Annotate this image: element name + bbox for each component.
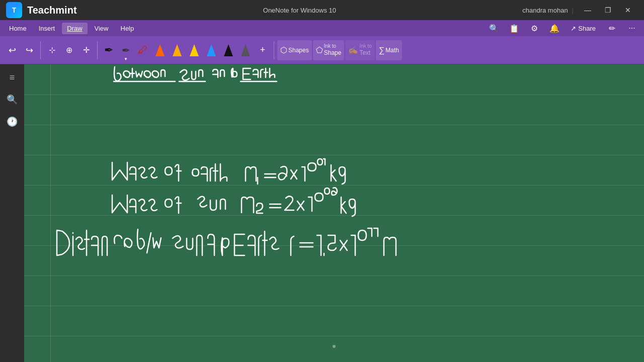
- marker-gray-icon: [241, 43, 250, 57]
- minimize-button[interactable]: —: [578, 2, 598, 18]
- sidebar: ≡ 🔍 🕐: [0, 64, 24, 362]
- marker-orange-icon: [155, 43, 165, 57]
- add-space-icon: ⊕: [66, 46, 72, 54]
- window-title: OneNote for Windows 10: [77, 7, 523, 14]
- ink-to-text-icon: ✍: [348, 45, 358, 55]
- ink-to-label: Ink to: [324, 43, 342, 49]
- svg-marker-5: [241, 44, 250, 56]
- marker-blue-icon: [207, 43, 216, 57]
- ink-to-text-group[interactable]: ✍ Ink to Text: [345, 40, 374, 60]
- close-button[interactable]: ✕: [618, 2, 638, 18]
- lasso-icon: ⊹: [49, 46, 55, 54]
- canvas-area[interactable]: [24, 64, 644, 362]
- svg-marker-0: [155, 44, 165, 56]
- sidebar-search[interactable]: 🔍: [3, 90, 21, 109]
- menu-home[interactable]: Home: [4, 23, 32, 34]
- search-toolbar-button[interactable]: 🔍: [486, 20, 502, 36]
- marker-black-icon: [224, 43, 233, 57]
- separator-2: [97, 41, 98, 59]
- separator-1: [40, 41, 41, 59]
- settings-button[interactable]: ⚙: [526, 20, 542, 36]
- bell-button[interactable]: 🔔: [546, 20, 562, 36]
- app-name: Teachmint: [27, 5, 77, 16]
- shapes-label: Shapes: [288, 47, 309, 54]
- marker-yellow-button[interactable]: [169, 39, 185, 61]
- marker-orange-button[interactable]: [152, 39, 168, 61]
- pen-red-icon: 🖊: [138, 44, 148, 56]
- undo-button[interactable]: ↩: [4, 39, 20, 61]
- redo-button[interactable]: ↪: [21, 39, 37, 61]
- notebook-button[interactable]: 📋: [506, 20, 522, 36]
- menubar: Home Insert Draw View Help 🔍 📋 ⚙ 🔔 ↗ Sha…: [0, 20, 644, 36]
- app-logo: T: [6, 2, 22, 18]
- redo-icon: ↪: [26, 46, 33, 55]
- marker-gray-button[interactable]: [237, 39, 254, 61]
- menu-help[interactable]: Help: [116, 23, 139, 34]
- undo-icon: ↩: [9, 46, 16, 55]
- marker-yellow2-icon: [190, 43, 199, 57]
- text-label: Text: [359, 49, 371, 56]
- math-icon: ∑: [379, 46, 384, 55]
- pen-dark-button[interactable]: ✒ ▼: [118, 39, 134, 61]
- marker-yellow-icon: [173, 43, 182, 57]
- scroll-indicator: [333, 345, 336, 348]
- svg-marker-1: [173, 44, 182, 56]
- share-button[interactable]: ↗ Share: [567, 23, 600, 34]
- pen-black-icon: ✒: [104, 45, 113, 56]
- window-controls: — ❐ ✕: [578, 2, 638, 18]
- ink-to-shape-icon: ⬠: [316, 45, 323, 55]
- user-name: chandra mohan: [522, 7, 568, 14]
- add-space-button[interactable]: ⊕: [61, 39, 77, 61]
- edit-button[interactable]: ✏: [604, 20, 620, 36]
- shape-label: Shape: [324, 49, 342, 56]
- svg-marker-4: [224, 44, 233, 56]
- move-icon: ✛: [83, 46, 90, 54]
- menu-draw[interactable]: Draw: [62, 23, 87, 34]
- share-label: Share: [578, 25, 596, 32]
- handwriting-content: [24, 64, 644, 362]
- marker-blue-button[interactable]: [203, 39, 219, 61]
- shapes-group[interactable]: ⬡ Shapes: [277, 40, 312, 60]
- svg-marker-2: [190, 44, 199, 56]
- sidebar-recent[interactable]: 🕐: [3, 113, 21, 131]
- ink-to-text-prefix: Ink to: [359, 43, 371, 49]
- pen-black-button[interactable]: ✒: [101, 39, 117, 61]
- svg-marker-3: [207, 44, 216, 56]
- shapes-icon: ⬡: [280, 45, 287, 55]
- separator-3: [274, 41, 274, 59]
- menu-view[interactable]: View: [90, 23, 114, 34]
- user-info: chandra mohan | — ❐ ✕: [522, 2, 638, 18]
- pen-red-button[interactable]: 🖊: [135, 39, 151, 61]
- add-pen-icon: +: [260, 45, 266, 55]
- pen-dark-icon: ✒: [122, 45, 130, 55]
- move-button[interactable]: ✛: [78, 39, 94, 61]
- titlebar-left: T Teachmint: [6, 2, 77, 18]
- share-icon: ↗: [571, 25, 576, 32]
- lasso-select-button[interactable]: ⊹: [44, 39, 60, 61]
- math-label: Math: [385, 47, 399, 54]
- menu-insert[interactable]: Insert: [34, 23, 60, 34]
- ink-to-shape-group[interactable]: ⬠ Ink to Shape: [313, 40, 345, 60]
- marker-black-button[interactable]: [220, 39, 236, 61]
- maximize-button[interactable]: ❐: [598, 2, 618, 18]
- math-group[interactable]: ∑ Math: [376, 40, 402, 60]
- marker-yellow2-button[interactable]: [186, 39, 202, 61]
- titlebar: T Teachmint OneNote for Windows 10 chand…: [0, 0, 644, 20]
- sidebar-hamburger[interactable]: ≡: [3, 68, 21, 86]
- draw-toolbar: ↩ ↪ ⊹ ⊕ ✛ ✒ ✒ ▼ 🖊: [0, 36, 644, 64]
- add-pen-button[interactable]: +: [255, 39, 271, 61]
- more-options-button[interactable]: ···: [624, 20, 640, 36]
